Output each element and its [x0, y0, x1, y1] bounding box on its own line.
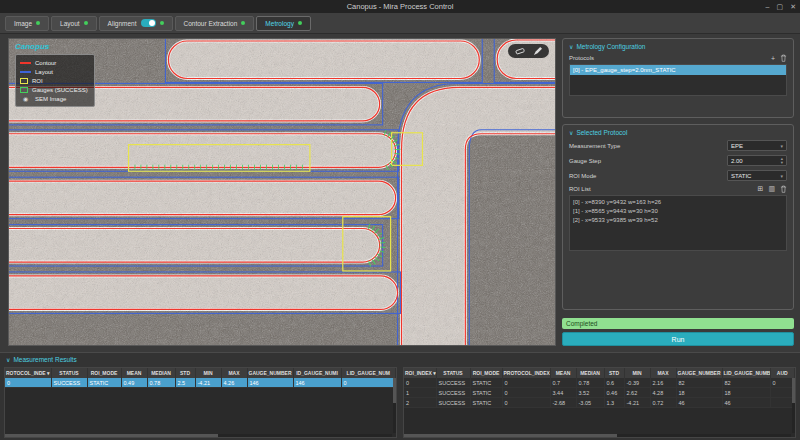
table-cell: SUCCESS: [436, 378, 470, 388]
roi-mode-label: ROI Mode: [569, 173, 596, 179]
column-header[interactable]: STD: [175, 368, 195, 378]
roi-list-item[interactable]: [0] - x=8390 y=9432 w=163 h=26: [570, 197, 786, 206]
column-header[interactable]: GAUGE_NUMBER: [247, 368, 293, 378]
status-dot-icon: [298, 21, 302, 25]
column-header[interactable]: ID_GAUGE_NUMI: [293, 368, 341, 378]
column-header[interactable]: ROTOCOL_INDE ▾: [5, 368, 51, 378]
tab-contour-extraction[interactable]: Contour Extraction: [175, 16, 255, 31]
add-protocol-button[interactable]: +: [771, 55, 775, 62]
column-header[interactable]: MIN: [624, 368, 650, 378]
vertical-scrollbar[interactable]: [792, 378, 795, 433]
column-header[interactable]: MIN: [195, 368, 221, 378]
protocol-list-item[interactable]: [0] - EPE_gauge_step=2.0nm_STATIC: [570, 65, 786, 75]
table-cell: 0: [502, 398, 550, 408]
column-header[interactable]: MEAN: [121, 368, 147, 378]
sem-image-icon: ◉: [20, 95, 31, 102]
table-row[interactable]: 2SUCCESSSTATIC0-2.68-3.051.3-4.210.72464…: [404, 398, 795, 408]
column-header[interactable]: MEDIAN: [147, 368, 175, 378]
column-header[interactable]: LID_GAUGE_NUMB: [722, 368, 770, 378]
delete-roi-button[interactable]: [780, 185, 787, 193]
alignment-toggle[interactable]: [141, 19, 156, 27]
protocols-label: Protocols: [569, 55, 594, 61]
table-cell: 82: [722, 378, 770, 388]
pen-button[interactable]: [533, 47, 542, 56]
column-header[interactable]: GAUGE_NUMBER: [676, 368, 722, 378]
minimize-button[interactable]: –: [766, 3, 770, 10]
tab-metrology[interactable]: Metrology: [256, 16, 311, 31]
tab-alignment[interactable]: Alignment: [99, 16, 173, 31]
tab-label: Layout: [60, 20, 80, 27]
horizontal-scrollbar[interactable]: [5, 434, 392, 437]
column-header[interactable]: LID_GAUGE_NUM: [341, 368, 396, 378]
eraser-button[interactable]: [515, 47, 525, 55]
legend-item-contour[interactable]: Contour: [20, 58, 88, 67]
column-header[interactable]: MAX: [650, 368, 676, 378]
table-cell: 1: [404, 388, 436, 398]
chevron-down-icon: ▾: [780, 173, 783, 179]
horizontal-scrollbar[interactable]: [404, 434, 791, 437]
roi-mode-select[interactable]: STATIC ▾: [727, 170, 787, 181]
table-row[interactable]: 1SUCCESSSTATIC03.443.520.462.624.281818: [404, 388, 795, 398]
section-header[interactable]: ∨ Measurement Results: [0, 353, 800, 365]
protocol-results-table: ROTOCOL_INDE ▾STATUSROI_MODEMEANMEDIANST…: [5, 368, 396, 388]
tab-label: Alignment: [108, 20, 137, 27]
protocols-list: [0] - EPE_gauge_step=2.0nm_STATIC: [569, 64, 787, 96]
maximize-button[interactable]: ▢: [777, 3, 784, 11]
column-header[interactable]: MAX: [221, 368, 247, 378]
table-cell: STATIC: [470, 378, 502, 388]
spinner-arrows-icon[interactable]: ▴▾: [781, 157, 783, 164]
vertical-scrollbar[interactable]: [393, 378, 396, 433]
column-header[interactable]: STATUS: [436, 368, 470, 378]
table-cell: 0.78: [576, 378, 604, 388]
column-header[interactable]: PROTOCOL_INDEX: [502, 368, 550, 378]
sem-viewer[interactable]: Canopus Contour Layout ROI Gauges (SUCCE…: [8, 38, 556, 346]
table-cell: 3.44: [550, 388, 576, 398]
column-header[interactable]: ROI_MODE: [470, 368, 502, 378]
table-cell: STATIC: [470, 388, 502, 398]
table-cell: -4.21: [195, 378, 221, 388]
contour-swatch-icon: [20, 62, 31, 64]
roi-list-label: ROI List: [569, 186, 591, 192]
gauges-swatch-icon: [20, 87, 28, 93]
table-cell: 82: [676, 378, 722, 388]
table-cell: 0.46: [604, 388, 624, 398]
gauge-step-spinner[interactable]: 2.00 ▴▾: [727, 155, 787, 166]
column-header[interactable]: STATUS: [51, 368, 87, 378]
delete-protocol-button[interactable]: [780, 54, 787, 62]
tab-label: Image: [14, 20, 32, 27]
section-header[interactable]: ∨ Metrology Configuration: [569, 43, 787, 50]
status-dot-icon: [241, 21, 245, 25]
protocol-results-table-container: ROTOCOL_INDE ▾STATUSROI_MODEMEANMEDIANST…: [4, 367, 397, 438]
section-title: Measurement Results: [13, 356, 76, 363]
column-header[interactable]: AUD: [770, 368, 795, 378]
section-header[interactable]: ∨ Selected Protocol: [569, 129, 787, 136]
tab-layout[interactable]: Layout: [51, 16, 97, 31]
import-roi-button[interactable]: ▥: [768, 185, 775, 193]
legend-item-sem-image[interactable]: ◉ SEM Image: [20, 94, 88, 103]
column-header[interactable]: ROI_INDEX ▾: [404, 368, 436, 378]
measurement-type-select[interactable]: EPE ▾: [727, 140, 787, 151]
table-cell: 18: [722, 388, 770, 398]
column-header[interactable]: MEDIAN: [576, 368, 604, 378]
layout-swatch-icon: [20, 71, 31, 73]
legend-label: Gauges (SUCCESS): [32, 87, 88, 93]
legend-item-gauges[interactable]: Gauges (SUCCESS): [20, 85, 88, 94]
add-roi-button[interactable]: ⊞: [758, 185, 764, 193]
roi-list-item[interactable]: [1] - x=8565 y=9443 w=30 h=30: [570, 206, 786, 215]
table-row[interactable]: 0SUCCESSSTATIC00.70.780.6-0.392.1682820: [404, 378, 795, 388]
column-header[interactable]: MEAN: [550, 368, 576, 378]
gauge-step-label: Gauge Step: [569, 158, 601, 164]
run-button[interactable]: Run: [562, 332, 794, 346]
legend-item-layout[interactable]: Layout: [20, 67, 88, 76]
roi-swatch-icon: [20, 78, 28, 84]
legend-item-roi[interactable]: ROI: [20, 76, 88, 85]
table-cell: 0: [341, 378, 396, 388]
title-bar: Canopus - Mira Process Control – ▢ ✕: [0, 0, 800, 13]
roi-list-item[interactable]: [2] - x=9533 y=9385 w=39 h=52: [570, 215, 786, 224]
close-button[interactable]: ✕: [790, 3, 796, 11]
table-row[interactable]: 0SUCCESSSTATIC0.490.782.5-4.214.26146146…: [5, 378, 396, 388]
tab-image[interactable]: Image: [5, 16, 49, 31]
column-header[interactable]: STD: [604, 368, 624, 378]
chevron-down-icon: ∨: [569, 43, 573, 50]
column-header[interactable]: ROI_MODE: [87, 368, 121, 378]
